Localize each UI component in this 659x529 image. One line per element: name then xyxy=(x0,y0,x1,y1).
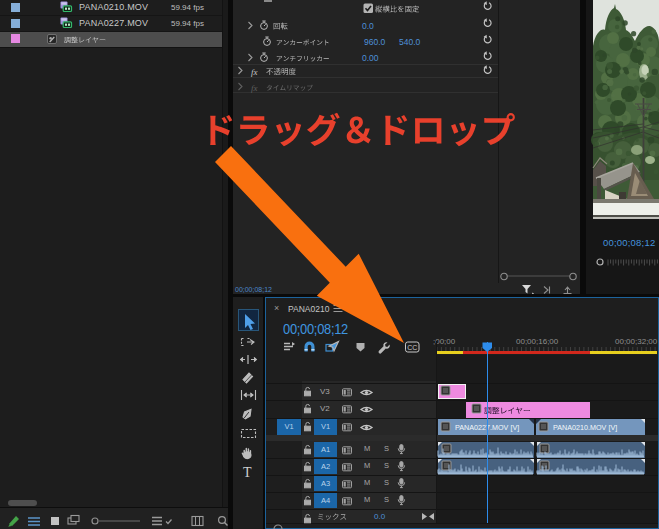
svg-text:fx: fx xyxy=(251,83,258,93)
svg-text:T: T xyxy=(243,465,252,480)
svg-text:fx: fx xyxy=(251,67,258,77)
svg-text:CC: CC xyxy=(407,344,417,351)
